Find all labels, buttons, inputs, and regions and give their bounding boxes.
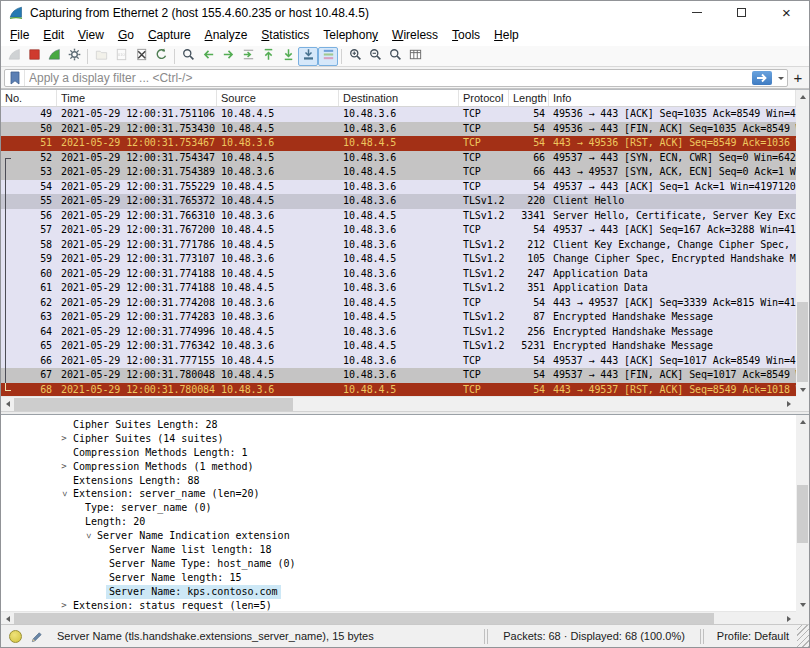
bookmark-icon[interactable] <box>5 70 25 86</box>
packet-row[interactable]: 522021-05-29 12:00:31.75434710.48.4.510.… <box>1 151 796 166</box>
detail-line[interactable]: Type: server_name (0) <box>1 501 796 515</box>
menu-item-analyze[interactable]: Analyze <box>198 25 255 45</box>
collapse-icon[interactable]: > <box>57 488 71 500</box>
colorize-button[interactable] <box>318 47 338 66</box>
menu-item-wireless[interactable]: Wireless <box>385 25 445 45</box>
display-filter-input[interactable] <box>25 71 752 85</box>
add-filter-button[interactable]: + <box>790 69 806 86</box>
menu-item-tools[interactable]: Tools <box>445 25 487 45</box>
menu-item-capture[interactable]: Capture <box>141 25 198 45</box>
zoom-in-button[interactable] <box>345 47 365 66</box>
detail-line[interactable]: Compression Methods Length: 1 <box>1 446 796 460</box>
detail-line[interactable]: >Server Name Indication extension <box>1 529 796 543</box>
filter-history-caret[interactable] <box>775 70 787 86</box>
packet-row[interactable]: 502021-05-29 12:00:31.75343010.48.4.510.… <box>1 122 796 137</box>
autoscroll-button[interactable] <box>298 47 318 66</box>
column-header-time[interactable]: Time <box>57 90 217 106</box>
column-header-source[interactable]: Source <box>217 90 339 106</box>
detail-line[interactable]: Server Name list length: 18 <box>1 543 796 557</box>
menu-item-edit[interactable]: Edit <box>36 25 71 45</box>
minimize-button[interactable] <box>674 1 719 24</box>
go-forward-button[interactable] <box>218 47 238 66</box>
detail-line[interactable]: >Cipher Suites (14 suites) <box>1 432 796 446</box>
packet-row[interactable]: 642021-05-29 12:00:31.77499610.48.4.510.… <box>1 325 796 340</box>
detail-line[interactable]: Server Name length: 15 <box>1 571 796 585</box>
menu-item-statistics[interactable]: Statistics <box>254 25 316 45</box>
column-header-no[interactable]: No. <box>1 90 57 106</box>
scroll-up-arrow[interactable] <box>796 90 809 103</box>
expand-icon[interactable]: > <box>58 432 70 446</box>
packet-row[interactable]: 512021-05-29 12:00:31.75346710.48.3.610.… <box>1 136 796 151</box>
go-last-packet-button[interactable] <box>278 47 298 66</box>
menu-item-view[interactable]: View <box>71 25 111 45</box>
detail-line[interactable]: Server Name: kps.contoso.com <box>1 585 796 599</box>
capture-options-button[interactable] <box>64 47 84 66</box>
expand-icon[interactable]: > <box>58 599 70 611</box>
go-first-packet-button[interactable] <box>258 47 278 66</box>
stop-capture-button[interactable] <box>24 47 44 66</box>
column-header-info[interactable]: Info <box>549 90 796 106</box>
packet-row[interactable]: 592021-05-29 12:00:31.77310710.48.3.610.… <box>1 252 796 267</box>
scrollbar-thumb[interactable] <box>797 302 808 382</box>
restart-capture-button[interactable] <box>44 47 64 66</box>
scroll-up-arrow[interactable] <box>796 415 809 428</box>
scrollbar-thumb[interactable] <box>797 485 808 543</box>
cell-proto: TCP <box>459 180 509 195</box>
maximize-button[interactable] <box>719 1 764 24</box>
detail-line[interactable]: Length: 20 <box>1 515 796 529</box>
packet-list-hscrollbar[interactable] <box>1 396 796 411</box>
packet-row[interactable]: 492021-05-29 12:00:31.75110610.48.4.510.… <box>1 107 796 122</box>
go-to-packet-button[interactable] <box>238 47 258 66</box>
packet-row[interactable]: 542021-05-29 12:00:31.75522910.48.4.510.… <box>1 180 796 195</box>
packet-row[interactable]: 572021-05-29 12:00:31.76720010.48.4.510.… <box>1 223 796 238</box>
column-header-length[interactable]: Length <box>509 90 549 106</box>
expert-info-icon[interactable] <box>9 630 22 643</box>
expand-icon[interactable]: > <box>58 460 70 474</box>
scrollbar-thumb[interactable] <box>14 398 293 411</box>
detail-line[interactable]: >Extension: status_request (len=5) <box>1 599 796 611</box>
find-packet-button[interactable] <box>178 47 198 66</box>
cell-len: 3341 <box>509 209 549 224</box>
packet-row[interactable]: 532021-05-29 12:00:31.75438910.48.3.610.… <box>1 165 796 180</box>
apply-arrow-icon[interactable] <box>752 71 772 85</box>
detail-line[interactable]: >Compression Methods (1 method) <box>1 460 796 474</box>
detail-line[interactable]: >Extension: server_name (len=20) <box>1 487 796 501</box>
packet-row[interactable]: 662021-05-29 12:00:31.77715510.48.4.510.… <box>1 354 796 369</box>
cell-info: 49536 → 443 [FIN, ACK] Seq=1035 Ack=8549… <box>549 122 796 137</box>
go-back-button[interactable] <box>198 47 218 66</box>
resize-grip[interactable] <box>797 625 809 647</box>
display-filter-field[interactable] <box>4 69 788 87</box>
menu-item-go[interactable]: Go <box>111 25 141 45</box>
profile-indicator[interactable]: Profile: Default <box>705 630 797 642</box>
zoom-out-button[interactable] <box>365 47 385 66</box>
close-button[interactable]: × <box>764 1 809 24</box>
packet-row[interactable]: 682021-05-29 12:00:31.78008410.48.3.610.… <box>1 383 796 398</box>
packet-row[interactable]: 602021-05-29 12:00:31.77418810.48.4.510.… <box>1 267 796 282</box>
scroll-right-arrow[interactable] <box>783 397 796 411</box>
packet-row[interactable]: 552021-05-29 12:00:31.76537210.48.4.510.… <box>1 194 796 209</box>
packet-row[interactable]: 562021-05-29 12:00:31.76631010.48.3.610.… <box>1 209 796 224</box>
detail-line[interactable]: Server Name Type: host_name (0) <box>1 557 796 571</box>
collapse-icon[interactable]: > <box>81 530 95 542</box>
scroll-left-arrow[interactable] <box>1 397 14 411</box>
packet-row[interactable]: 582021-05-29 12:00:31.77178610.48.4.510.… <box>1 238 796 253</box>
close-file-button[interactable] <box>131 47 151 66</box>
pencil-icon[interactable] <box>30 630 43 643</box>
packet-row[interactable]: 622021-05-29 12:00:31.77420810.48.3.610.… <box>1 296 796 311</box>
zoom-original-button[interactable] <box>385 47 405 66</box>
packet-row[interactable]: 672021-05-29 12:00:31.78004810.48.4.510.… <box>1 368 796 383</box>
menu-item-file[interactable]: File <box>3 25 36 45</box>
column-header-destination[interactable]: Destination <box>339 90 459 106</box>
resize-columns-button[interactable] <box>405 47 425 66</box>
packet-row[interactable]: 612021-05-29 12:00:31.77418810.48.4.510.… <box>1 281 796 296</box>
details-vscrollbar[interactable] <box>796 415 809 612</box>
detail-line[interactable]: Extensions Length: 88 <box>1 474 796 488</box>
reload-file-button[interactable] <box>151 47 171 66</box>
column-header-protocol[interactable]: Protocol <box>459 90 509 106</box>
packet-row[interactable]: 632021-05-29 12:00:31.77428310.48.3.610.… <box>1 310 796 325</box>
menu-item-help[interactable]: Help <box>487 25 526 45</box>
menu-item-telephony[interactable]: Telephony <box>316 25 385 45</box>
packet-row[interactable]: 652021-05-29 12:00:31.77634210.48.3.610.… <box>1 339 796 354</box>
detail-line[interactable]: Cipher Suites Length: 28 <box>1 418 796 432</box>
packet-list-vscrollbar[interactable] <box>796 90 809 397</box>
